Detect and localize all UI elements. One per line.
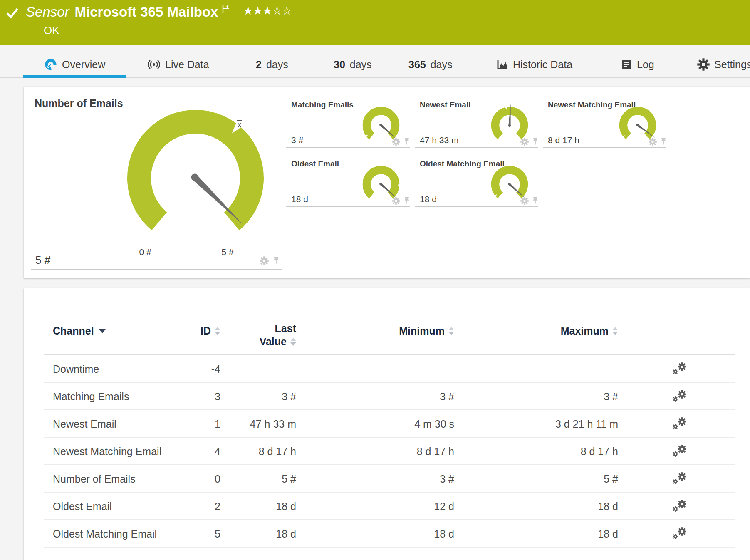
sort-arrows-icon	[612, 327, 618, 335]
tab-settings[interactable]: Settings	[697, 56, 750, 73]
historic-data-icon	[496, 58, 508, 71]
gauge-pin-icon[interactable]	[532, 197, 539, 205]
channel-settings-gears-icon[interactable]	[673, 362, 687, 376]
tab-bar: Overview Live Data 2 days 30 days 365 da…	[0, 45, 750, 78]
average-marker-label: x	[237, 120, 242, 129]
table-row: Matching Emails 3 3 # 3 # 3 #	[44, 383, 735, 410]
table-row: Oldest Email 2 18 d 12 d 18 d	[44, 493, 735, 520]
gauge-settings-gear-icon[interactable]	[392, 197, 400, 205]
object-kind-label: Sensor	[26, 4, 69, 20]
page-title: Microsoft 365 Mailbox	[75, 4, 218, 20]
gauge-pin-icon[interactable]	[403, 197, 410, 205]
tab-2-days[interactable]: 2 days	[256, 56, 288, 73]
sort-arrows-icon	[290, 338, 296, 346]
channel-sort-caret-icon	[99, 329, 106, 333]
gauge-card-newest-matching-email: Newest Matching Email 8 d 17 h	[543, 100, 666, 148]
stars-filled[interactable]: ★★★	[243, 5, 272, 17]
live-data-icon	[147, 58, 161, 71]
gauge-value: 18 d	[420, 194, 437, 204]
table-row: Newest Email 1 47 h 33 m 4 m 30 s 3 d 21…	[44, 410, 735, 438]
channel-settings-gears-icon[interactable]	[673, 417, 687, 431]
tab-30-days[interactable]: 30 days	[334, 56, 372, 73]
sensor-header: Sensor Microsoft 365 Mailbox ★★★☆☆ OK	[0, 0, 750, 45]
settings-gear-icon	[697, 58, 710, 71]
primary-gauge-max-label: 5 #	[211, 247, 244, 257]
gauge-title: Matching Emails	[291, 100, 354, 109]
gauge-pin-icon[interactable]	[403, 138, 410, 146]
gauge-settings-gear-icon[interactable]	[649, 138, 657, 146]
channel-rows: Downtime -4 Matching Emails 3 3 # 3 # 3 …	[44, 355, 735, 548]
column-header-channel[interactable]: Channel	[53, 325, 106, 337]
gauge-title: Oldest Email	[291, 159, 339, 168]
gauge-settings-gear-icon[interactable]	[520, 197, 529, 205]
gauge-separator	[31, 269, 282, 270]
svg-text:x: x	[238, 120, 242, 129]
table-row: Downtime -4	[44, 355, 735, 383]
log-icon	[621, 59, 632, 70]
primary-gauge-value: 5 #	[35, 254, 50, 267]
column-header-minimum[interactable]: Minimum	[399, 325, 454, 337]
tab-365-days[interactable]: 365 days	[408, 56, 453, 73]
gauge-value: 3 #	[291, 135, 303, 145]
gauge-pin-icon[interactable]	[272, 256, 280, 265]
table-row: Number of Emails 0 5 # 3 # 5 #	[44, 465, 735, 493]
primary-gauge-min-label: 0 #	[129, 247, 162, 257]
gauge-pin-icon[interactable]	[532, 138, 539, 146]
tab-overview[interactable]: Overview	[44, 56, 105, 73]
gauges-panel: Number of Emails x 5 # 0 # 5 #	[24, 87, 750, 278]
gauge-value: 18 d	[291, 194, 308, 204]
sort-arrows-icon	[215, 327, 220, 335]
stars-empty[interactable]: ☆☆	[272, 5, 291, 17]
gauge-value: 47 h 33 m	[420, 135, 458, 145]
priority-stars[interactable]: ★★★☆☆	[243, 4, 291, 18]
primary-gauge-title: Number of Emails	[35, 97, 123, 109]
gauge-value: 8 d 17 h	[548, 135, 579, 145]
active-tab-underline	[23, 75, 126, 78]
gauge-settings-gear-icon[interactable]	[392, 138, 400, 146]
tab-live-data[interactable]: Live Data	[147, 56, 209, 73]
table-row: Oldest Matching Email 5 18 d 18 d 18 d	[44, 520, 735, 548]
tab-historic-data[interactable]: Historic Data	[496, 56, 572, 73]
gauge-title: Newest Email	[420, 100, 471, 109]
channel-settings-gears-icon[interactable]	[673, 472, 687, 486]
gauge-card-matching-emails: Matching Emails 3 #	[286, 100, 410, 148]
gauge-pin-icon[interactable]	[660, 138, 667, 146]
channel-settings-gears-icon[interactable]	[673, 445, 687, 458]
status-badge: OK	[44, 24, 59, 37]
gauge-card-oldest-matching-email: Oldest Matching Email 18 d	[415, 159, 538, 207]
gauge-card-newest-email: Newest Email 47 h 33 m	[415, 100, 538, 148]
tab-log[interactable]: Log	[621, 56, 654, 73]
gauge-settings-gear-icon[interactable]	[260, 256, 269, 265]
channel-settings-gears-icon[interactable]	[673, 500, 687, 513]
channel-settings-gears-icon[interactable]	[673, 390, 687, 403]
primary-gauge: x	[119, 104, 277, 241]
channel-settings-gears-icon[interactable]	[673, 527, 687, 540]
priority-flag-icon[interactable]	[221, 4, 230, 15]
table-row: Newest Matching Email 4 8 d 17 h 8 d 17 …	[44, 438, 735, 465]
overview-gauge-icon	[44, 58, 57, 71]
gauge-card-oldest-email: Oldest Email 18 d	[286, 159, 410, 207]
column-header-last-value[interactable]: Last Value	[260, 322, 296, 348]
column-header-id[interactable]: ID	[200, 325, 220, 337]
column-header-maximum[interactable]: Maximum	[561, 325, 618, 337]
gauge-settings-gear-icon[interactable]	[520, 138, 529, 146]
sort-arrows-icon	[448, 327, 454, 335]
channels-table-panel: Channel ID Last Value Minimum Maximum Do…	[24, 288, 750, 560]
status-check-icon	[5, 6, 20, 20]
